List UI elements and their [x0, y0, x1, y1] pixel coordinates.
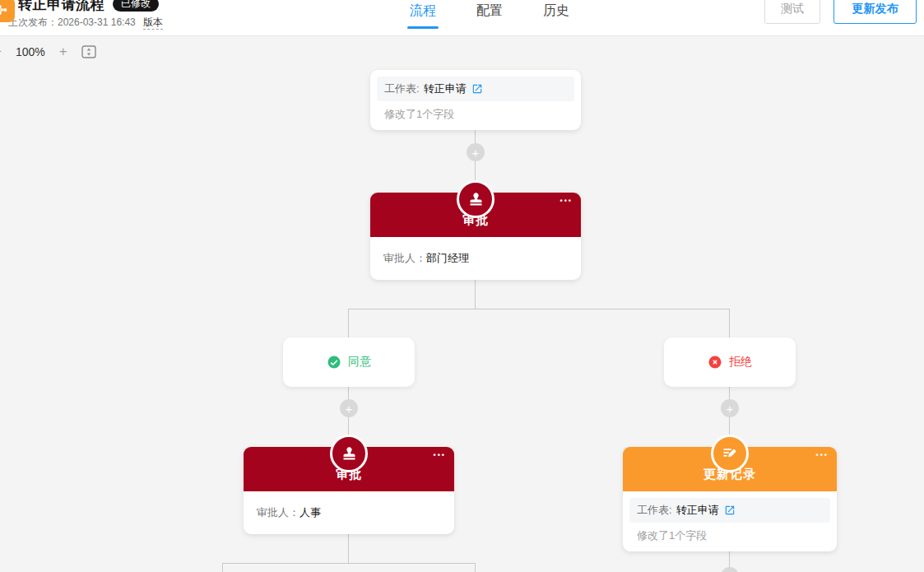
more-menu-icon[interactable]: •••: [816, 451, 829, 459]
more-menu-icon[interactable]: •••: [434, 451, 446, 459]
tab-label: 流程: [410, 2, 436, 20]
check-circle-icon: [327, 355, 341, 370]
publish-button[interactable]: 更新发布: [833, 0, 917, 24]
approval-node-1-body: 审批人： 部门经理: [370, 237, 581, 280]
version-link[interactable]: 版本: [143, 16, 163, 30]
flow-canvas[interactable]: − 100% + + + + + 工作表: 转正申请 修改了: [0, 0, 924, 572]
branch-agree-label: 同意: [348, 355, 371, 370]
branch-agree-card[interactable]: 同意: [283, 337, 415, 387]
worksheet-label: 工作表:: [384, 81, 420, 96]
branch-reject-label: 拒绝: [729, 355, 752, 370]
connector-line: [475, 280, 476, 309]
plus-icon: +: [346, 402, 353, 415]
connector-line: [222, 563, 223, 572]
tab-config[interactable]: 配置: [476, 0, 503, 36]
connector-line: [348, 534, 349, 564]
open-worksheet-icon[interactable]: [724, 505, 736, 516]
update-record-icon: [711, 435, 749, 472]
worksheet-name: 转正申请: [676, 503, 719, 518]
connector-line: [475, 563, 476, 572]
connector-line: [729, 309, 730, 337]
trigger-detail: 修改了1个字段: [370, 103, 581, 130]
trigger-node-card[interactable]: 工作表: 转正申请 修改了1个字段: [370, 70, 581, 130]
add-node-button[interactable]: +: [340, 399, 358, 417]
worksheet-name: 转正申请: [424, 81, 467, 96]
approval-node-2-body: 审批人： 人事: [244, 491, 454, 534]
tab-history[interactable]: 历史: [543, 0, 569, 36]
app-icon: [0, 0, 15, 22]
x-circle-icon: [708, 355, 722, 370]
zoom-in-button[interactable]: +: [59, 44, 67, 60]
status-badge: 已修改: [113, 0, 159, 12]
worksheet-row: 工作表: 转正申请: [629, 498, 830, 523]
approver-label: 审批人：: [257, 505, 299, 520]
tab-bar: 流程 配置 历史: [410, 0, 569, 36]
worksheet-row: 工作表: 转正申请: [377, 77, 574, 101]
plus-icon: +: [727, 402, 734, 415]
add-node-button[interactable]: +: [467, 143, 485, 161]
top-header: 转正申请流程 已修改 上次发布：2026-03-31 16:43 版本 流程 配…: [0, 0, 924, 36]
plus-icon: +: [472, 146, 480, 159]
zoom-toolbar: − 100% +: [0, 41, 96, 63]
approver-label: 审批人：: [383, 251, 426, 266]
zoom-level: 100%: [16, 45, 45, 58]
add-node-button[interactable]: +: [721, 399, 739, 417]
worksheet-label: 工作表:: [637, 503, 672, 518]
zoom-out-button[interactable]: −: [0, 44, 2, 60]
approval-stamp-icon: [457, 180, 495, 218]
approver-name: 部门经理: [426, 251, 469, 266]
branch-reject-card[interactable]: 拒绝: [664, 337, 796, 387]
approver-name: 人事: [299, 505, 321, 520]
last-publish-text: 上次发布：2026-03-31 16:43: [8, 16, 136, 28]
branch-split-line: [222, 563, 476, 564]
update-detail: 修改了1个字段: [623, 524, 837, 551]
connector-line: [348, 309, 349, 337]
tab-label: 配置: [476, 2, 503, 20]
approval-stamp-icon: [330, 435, 368, 472]
tab-flow[interactable]: 流程: [410, 0, 436, 36]
tab-label: 历史: [543, 2, 569, 20]
page-title: 转正申请流程: [18, 0, 104, 14]
more-menu-icon[interactable]: •••: [560, 197, 573, 205]
open-worksheet-icon[interactable]: [471, 83, 483, 95]
add-node-button[interactable]: +: [721, 567, 739, 572]
fit-to-screen-icon[interactable]: [81, 45, 96, 58]
test-button[interactable]: 测试: [764, 0, 820, 24]
branch-split-line: [348, 309, 730, 309]
